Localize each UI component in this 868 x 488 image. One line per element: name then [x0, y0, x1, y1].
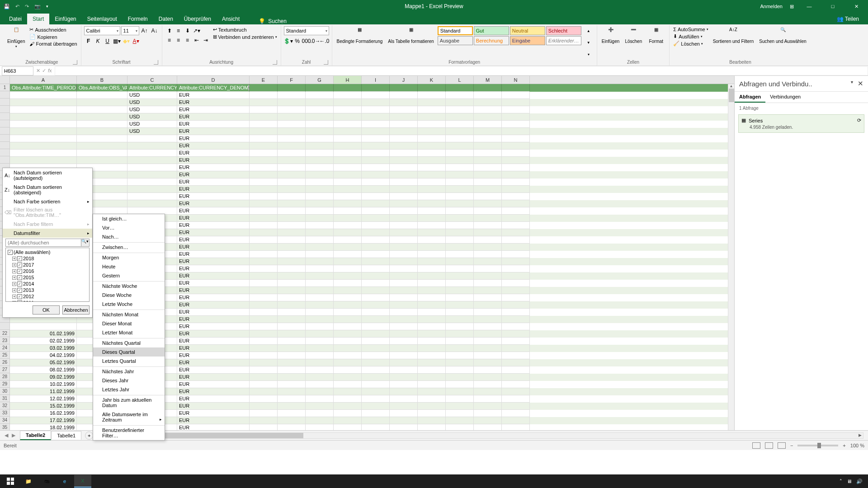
- date-filter-option[interactable]: Heute: [93, 262, 165, 271]
- column-header[interactable]: M: [474, 76, 502, 84]
- date-filter-option[interactable]: Vor…: [93, 223, 165, 232]
- redo-icon[interactable]: ↷: [25, 4, 29, 9]
- ribbon-tab-formeln[interactable]: Formeln: [123, 14, 153, 24]
- cell-style-ausgabe[interactable]: Ausgabe: [438, 36, 473, 45]
- column-header[interactable]: G: [306, 76, 334, 84]
- date-filter-option[interactable]: Letzter Monat: [93, 328, 165, 337]
- date-filter-option[interactable]: Nächstes Jahr: [93, 366, 165, 376]
- bold-button[interactable]: F: [84, 37, 93, 46]
- year-tree-item[interactable]: +✓2013: [7, 287, 88, 293]
- styles-up-button[interactable]: ▲: [584, 26, 593, 35]
- date-filter-option[interactable]: Alle Datumswerte im Zeitraum: [93, 410, 165, 424]
- select-all-corner[interactable]: [0, 76, 10, 84]
- find-select-button[interactable]: 🔍Suchen und Auswählen: [757, 26, 808, 45]
- cell-style-neutral[interactable]: Neutral: [510, 26, 545, 35]
- row-header[interactable]: 22: [0, 330, 10, 337]
- row-header[interactable]: 26: [0, 359, 10, 366]
- filter-values-tree[interactable]: ✓(Alle auswählen) +✓2018+✓2017+✓2016+✓20…: [5, 248, 90, 302]
- cut-button[interactable]: ✂Ausschneiden: [28, 26, 78, 33]
- row-header[interactable]: [0, 142, 10, 149]
- cell-style-eingabe[interactable]: Eingabe: [510, 36, 545, 45]
- grow-font-button[interactable]: A↑: [140, 26, 149, 35]
- zoom-slider[interactable]: [797, 445, 838, 446]
- tray-network-icon[interactable]: 🖥: [847, 479, 852, 484]
- close-button[interactable]: ✕: [848, 0, 864, 13]
- query-refresh-icon[interactable]: ⟳: [857, 117, 861, 123]
- connections-tab[interactable]: Verbindungen: [765, 92, 805, 103]
- format-cells-button[interactable]: ▦Format: [646, 26, 666, 45]
- insert-cells-button[interactable]: ➕Einfügen: [600, 26, 621, 45]
- minimize-button[interactable]: —: [801, 0, 817, 13]
- excel-taskbar-button[interactable]: X: [74, 475, 91, 488]
- expand-icon[interactable]: +: [12, 282, 16, 286]
- orientation-button[interactable]: ↗▾: [192, 26, 201, 35]
- autosave-icon[interactable]: 💾: [4, 4, 10, 9]
- explorer-button[interactable]: 📁: [20, 475, 37, 488]
- percent-button[interactable]: %: [293, 37, 302, 46]
- cell-style-standard[interactable]: Standard: [438, 26, 473, 35]
- panel-dropdown-icon[interactable]: ▾: [851, 80, 853, 88]
- share-button[interactable]: 👥 Teilen: [831, 14, 864, 24]
- year-tree-item[interactable]: +✓2011: [7, 300, 88, 302]
- tray-up-icon[interactable]: ˄: [840, 479, 842, 484]
- row-header[interactable]: 33: [0, 409, 10, 417]
- date-filter-option[interactable]: Letztes Jahr: [93, 385, 165, 394]
- date-filter-option[interactable]: Nächstes Quartal: [93, 338, 165, 347]
- add-sheet-button[interactable]: +: [85, 432, 93, 440]
- align-center-button[interactable]: ≡: [174, 36, 183, 45]
- view-break-button[interactable]: [778, 442, 786, 449]
- vscroll-thumb[interactable]: [729, 89, 734, 102]
- wrap-text-button[interactable]: ↩Textumbruch: [212, 26, 278, 33]
- shrink-font-button[interactable]: A↓: [150, 26, 159, 35]
- cell-style-erklärender…[interactable]: Erklärender…: [546, 36, 581, 45]
- expand-icon[interactable]: +: [12, 257, 16, 261]
- column-header[interactable]: C: [127, 76, 177, 84]
- align-bottom-button[interactable]: ⬇: [183, 26, 192, 35]
- sort-asc-item[interactable]: A↓Nach Datum sortieren (aufsteigend): [3, 168, 92, 183]
- column-header[interactable]: E: [250, 76, 278, 84]
- styles-more-button[interactable]: ▾: [584, 50, 593, 59]
- dialog-launcher-icon[interactable]: [273, 60, 277, 65]
- checkbox-icon[interactable]: ✓: [17, 300, 22, 302]
- font-name-combo[interactable]: Calibri: [84, 26, 120, 35]
- row-header[interactable]: 32: [0, 402, 10, 409]
- column-header[interactable]: A: [10, 76, 77, 84]
- account-label[interactable]: Anmelden: [760, 4, 783, 9]
- merge-button[interactable]: ⊞Verbinden und zentrieren ▾: [212, 33, 278, 40]
- row-header[interactable]: [0, 135, 10, 142]
- row-header[interactable]: 34: [0, 417, 10, 424]
- cancel-formula-icon[interactable]: ✕: [36, 68, 40, 74]
- checkbox-icon[interactable]: ✓: [8, 250, 13, 255]
- row-header[interactable]: [0, 323, 10, 330]
- format-painter-button[interactable]: 🖌Format übertragen: [28, 41, 78, 47]
- date-filter-option[interactable]: Jahr bis zum aktuellen Datum: [93, 395, 165, 410]
- row-header[interactable]: 35: [0, 424, 10, 430]
- column-header[interactable]: K: [418, 76, 446, 84]
- expand-icon[interactable]: +: [12, 263, 16, 267]
- date-filter-option[interactable]: Nach…: [93, 232, 165, 241]
- store-button[interactable]: 🛍: [38, 475, 55, 488]
- paste-button[interactable]: 📋 Einfügen ▾: [5, 26, 27, 49]
- fx-icon[interactable]: fx: [48, 68, 52, 74]
- ribbon-tab-seitenlayout[interactable]: Seitenlayout: [82, 14, 123, 24]
- row-header[interactable]: [0, 156, 10, 164]
- styles-down-button[interactable]: ▼: [584, 38, 593, 47]
- query-item[interactable]: ▦Series⟳ 4.958 Zeilen geladen.: [738, 114, 864, 133]
- sheet-tab-active[interactable]: Tabelle2: [20, 431, 51, 440]
- sort-desc-item[interactable]: Z↓Nach Datum sortieren (absteigend): [3, 183, 92, 197]
- date-filters-item[interactable]: Datumsfilter: [3, 229, 92, 238]
- undo-icon[interactable]: ↶: [15, 4, 19, 9]
- year-tree-item[interactable]: +✓2012: [7, 293, 88, 300]
- expand-icon[interactable]: +: [12, 276, 16, 280]
- conditional-formatting-button[interactable]: ▦Bedingte Formatierung: [335, 26, 385, 45]
- horizontal-scrollbar[interactable]: ◀ ▶: [111, 432, 863, 439]
- date-filter-option[interactable]: Dieser Monat: [93, 319, 165, 328]
- clear-button[interactable]: 🧹Löschen ▾: [672, 40, 709, 47]
- align-middle-button[interactable]: ≡: [174, 26, 183, 35]
- italic-button[interactable]: K: [94, 37, 103, 46]
- indent-inc-button[interactable]: ⇥: [201, 36, 210, 45]
- filter-ok-button[interactable]: OK: [33, 305, 60, 314]
- thousands-button[interactable]: 000: [302, 37, 311, 46]
- date-filter-option[interactable]: Zwischen…: [93, 242, 165, 252]
- checkbox-icon[interactable]: ✓: [17, 294, 22, 299]
